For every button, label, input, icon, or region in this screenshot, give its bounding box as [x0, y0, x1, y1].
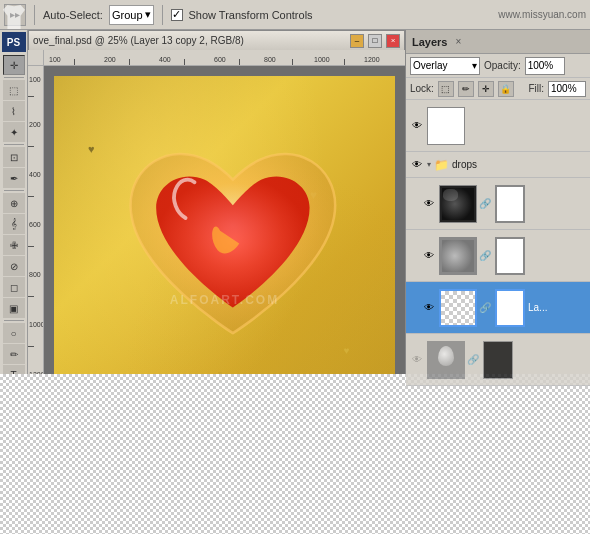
layer-name-selected: La...	[528, 302, 586, 313]
lock-transparent-btn[interactable]: ⬚	[438, 81, 454, 97]
v-tick3	[28, 196, 34, 197]
layer-item-selected[interactable]: 👁 🔗 La...	[406, 282, 590, 334]
ruler-h-200: 200	[104, 56, 116, 63]
layer-item-hidden[interactable]: 👁 🔗	[406, 334, 590, 386]
h-tick1	[74, 59, 75, 65]
blend-mode-dropdown[interactable]: Overlay ▾	[410, 57, 480, 75]
layer-chain-hidden: 🔗	[468, 354, 478, 365]
ruler-v-200: 200	[29, 121, 41, 128]
tool-sep2	[4, 144, 24, 145]
h-tick4	[239, 59, 240, 65]
opacity-label: Opacity:	[484, 60, 521, 71]
lock-label: Lock:	[410, 83, 434, 94]
h-tick5	[292, 59, 293, 65]
layer-chain-selected: 🔗	[480, 302, 490, 313]
blend-mode-row: Overlay ▾ Opacity: 100%	[406, 54, 590, 78]
gradient-tool[interactable]: ▣	[3, 298, 25, 318]
pen-tool[interactable]: ✏	[3, 344, 25, 364]
fill-input[interactable]: 100%	[548, 81, 586, 97]
heart-svg	[105, 98, 361, 389]
transform-label: Show Transform Controls	[189, 9, 313, 21]
group-dropdown[interactable]: Group ▾	[109, 5, 154, 25]
ruler-h-800: 800	[264, 56, 276, 63]
layer-mask-1	[495, 185, 525, 223]
maximize-btn[interactable]: □	[368, 34, 382, 48]
fill-label: Fill:	[528, 83, 544, 94]
h-tick3	[184, 59, 185, 65]
drops-group-name: drops	[452, 159, 477, 170]
layer-thumb-1	[439, 185, 477, 223]
layer-eye-2[interactable]: 👁	[422, 249, 436, 263]
ruler-v-600: 600	[29, 221, 41, 228]
layer-mask-2	[495, 237, 525, 275]
h-tick2	[129, 59, 130, 65]
doc-title: ove_final.psd @ 25% (Layer 13 copy 2, RG…	[33, 35, 346, 46]
main-layout: PS ✛ ⬚ ⌇ ✦ ⊡ ✒ ⊕ 𝄞 ✙ ⊘ ◻ ▣ ○ ✏ T ◇ ⬡ 🔍 o…	[0, 30, 590, 534]
lock-brush-btn[interactable]: ✏	[458, 81, 474, 97]
ruler-h-0: 100	[49, 56, 61, 63]
lock-row: Lock: ⬚ ✏ ✛ 🔒 Fill: 100%	[406, 78, 590, 100]
layer-item-2[interactable]: 👁 🔗	[406, 230, 590, 282]
layer-list[interactable]: 👁 👁 ▾ 📁 drops 👁 🔗	[406, 100, 590, 510]
brand-text: www.missyuan.com	[498, 9, 586, 20]
history-tool[interactable]: ⊘	[3, 256, 25, 276]
v-tick2	[28, 146, 34, 147]
h-tick6	[344, 59, 345, 65]
layers-title: Layers	[412, 36, 447, 48]
sep1	[34, 5, 35, 25]
tool-sep4	[4, 320, 24, 321]
move-tool[interactable]: ✛	[3, 55, 25, 75]
ruler-corner	[28, 50, 44, 66]
ruler-v-0: 100	[29, 76, 41, 83]
ps-logo: PS	[2, 32, 26, 52]
layer-mask-hidden	[483, 341, 513, 379]
lock-move-btn[interactable]: ✛	[478, 81, 494, 97]
v-tick5	[28, 296, 34, 297]
expand-drops[interactable]: ▾	[427, 160, 431, 169]
doc-titlebar: ove_final.psd @ 25% (Layer 13 copy 2, RG…	[28, 30, 405, 50]
layers-header: Layers ×	[406, 30, 590, 54]
opacity-input[interactable]: 100%	[525, 57, 565, 75]
close-btn[interactable]: ×	[386, 34, 400, 48]
layer-eye-hidden[interactable]: 👁	[410, 353, 424, 367]
layer-thumb-2	[439, 237, 477, 275]
clone-tool[interactable]: ✙	[3, 235, 25, 255]
layer-group-drops[interactable]: 👁 ▾ 📁 drops	[406, 152, 590, 178]
transform-checkbox[interactable]: ✓	[171, 9, 183, 21]
magic-wand-tool[interactable]: ✦	[3, 122, 25, 142]
ruler-v-1000: 1000	[29, 321, 44, 328]
v-tick4	[28, 246, 34, 247]
crop-tool[interactable]: ⊡	[3, 147, 25, 167]
eraser-tool[interactable]: ◻	[3, 277, 25, 297]
layer-eye-selected[interactable]: 👁	[422, 301, 436, 315]
top-toolbar: ▸▸ Auto-Select: Group ▾ ✓ Show Transform…	[0, 0, 590, 30]
autoselect-label: Auto-Select:	[43, 9, 103, 21]
ruler-h-400: 400	[159, 56, 171, 63]
dodge-tool[interactable]: ○	[3, 323, 25, 343]
layer-eye-1[interactable]: 👁	[422, 197, 436, 211]
bokeh1: ♥	[88, 143, 100, 153]
marquee-tool[interactable]: ⬚	[3, 80, 25, 100]
sep2	[162, 5, 163, 25]
layer-item-white[interactable]: 👁	[406, 100, 590, 152]
ruler-horizontal: 100 200 400 600 800 1000 1200	[44, 50, 405, 66]
layer-item-1[interactable]: 👁 🔗	[406, 178, 590, 230]
lock-all-btn[interactable]: 🔒	[498, 81, 514, 97]
tool-sep	[4, 77, 24, 78]
v-tick1	[28, 96, 34, 97]
lasso-tool[interactable]: ⌇	[3, 101, 25, 121]
layer-chain-2: 🔗	[480, 250, 490, 261]
eyedropper-tool[interactable]: ✒	[3, 168, 25, 188]
layers-panel: Layers × Overlay ▾ Opacity: 100% Lock: ⬚…	[405, 30, 590, 534]
layer-eye-white[interactable]: 👁	[410, 119, 424, 133]
layers-close-btn[interactable]: ×	[455, 36, 461, 47]
minimize-btn[interactable]: –	[350, 34, 364, 48]
ruler-v-400: 400	[29, 171, 41, 178]
brush-tool[interactable]: 𝄞	[3, 214, 25, 234]
layer-eye-drops[interactable]: 👁	[410, 158, 424, 172]
watermark: ALFOART.COM	[170, 293, 279, 307]
ruler-v-800: 800	[29, 271, 41, 278]
layer-chain-1: 🔗	[480, 198, 490, 209]
layer-thumb-white	[427, 107, 465, 145]
healing-tool[interactable]: ⊕	[3, 193, 25, 213]
